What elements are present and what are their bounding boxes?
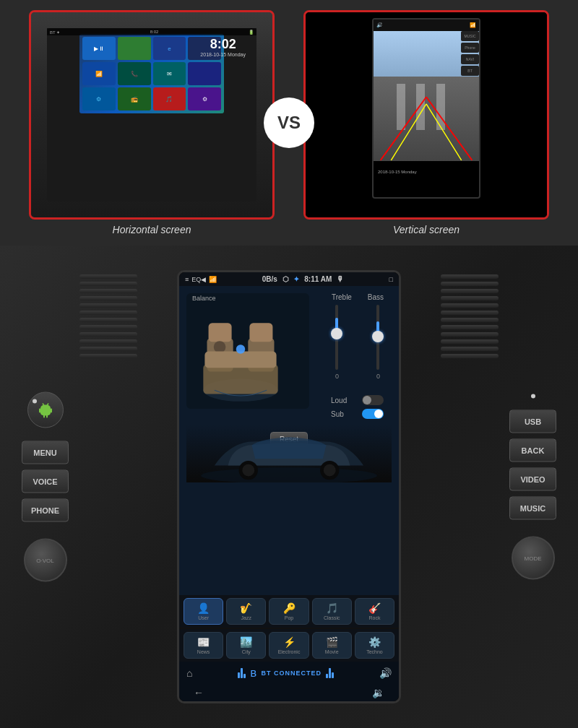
eq-content: Balance xyxy=(179,286,399,595)
right-panel: USB BACK VIDEO MUSIC MODE xyxy=(509,394,556,580)
svg-rect-8 xyxy=(43,415,45,418)
video-button[interactable]: VIDEO xyxy=(509,468,556,491)
genre-pop-button[interactable]: 🔑 Pop xyxy=(269,598,309,625)
genre-electronic-label: Electronic xyxy=(278,649,301,654)
rock-icon: 🎸 xyxy=(368,602,381,614)
genre-city-button[interactable]: 🏙️ City xyxy=(226,632,266,659)
classic-icon: 🎵 xyxy=(326,602,338,614)
eq-bars-left xyxy=(238,668,246,678)
cam-date: 2018-10-15 Monday xyxy=(378,170,417,174)
pop-icon: 🔑 xyxy=(283,602,296,614)
wifi-icon: 📶 xyxy=(209,276,217,283)
svg-point-15 xyxy=(214,341,226,353)
sliders-row: 0 0 xyxy=(324,305,392,391)
status-bar: ≡ EQ◀ 📶 0B/s ⬡ ✦ 8:11 AM 🎙 □ xyxy=(179,272,399,286)
genre-electronic-button[interactable]: ⚡ Electronic xyxy=(269,632,309,659)
horizontal-screen-label: Horizontal screen xyxy=(113,224,191,235)
loud-toggle-dot xyxy=(363,396,371,404)
indicator-dot-left xyxy=(33,399,37,404)
mode-knob[interactable]: MODE xyxy=(512,537,555,580)
eq-top: Balance xyxy=(186,293,392,419)
genre-movie-label: Movie xyxy=(325,649,339,654)
bottom-bar-right-icons: 🔊 xyxy=(379,667,392,679)
voice-button[interactable]: VOICE xyxy=(22,470,69,493)
car-section: MENU VOICE PHONE O·VOL ≡ EQ◀ 📶 0B/s ⬡ ✦ … xyxy=(0,246,578,728)
movie-icon: 🎬 xyxy=(326,636,338,648)
genre-news-button[interactable]: 📰 News xyxy=(184,632,223,659)
home-icon[interactable]: ⌂ xyxy=(186,667,192,679)
seat-diagram: Balance xyxy=(186,293,309,409)
phone-button[interactable]: PHONE xyxy=(22,499,69,522)
electronic-icon: ⚡ xyxy=(283,636,296,648)
screen-bezel: ≡ EQ◀ 📶 0B/s ⬡ ✦ 8:11 AM 🎙 □ xyxy=(179,272,399,701)
jazz-icon: 🎷 xyxy=(240,602,252,614)
bt-center: ʙ BT CONNECTED xyxy=(238,666,334,680)
svg-point-25 xyxy=(324,464,336,477)
bass-slider-track xyxy=(376,305,379,370)
music-button[interactable]: MUSIC xyxy=(509,497,556,520)
vent-right xyxy=(441,274,499,419)
loud-toggle[interactable] xyxy=(362,395,384,405)
left-panel: MENU VOICE PHONE O·VOL xyxy=(22,392,69,582)
genre-city-label: City xyxy=(242,649,251,654)
back-nav-icon[interactable]: ← xyxy=(194,687,204,698)
svg-line-2 xyxy=(391,104,426,160)
genre-rock-button[interactable]: 🎸 Rock xyxy=(355,598,394,625)
treble-slider-container[interactable]: 0 xyxy=(335,305,339,391)
vs-circle: VS xyxy=(264,98,314,148)
bt-icon: ʙ xyxy=(250,666,256,680)
svg-line-1 xyxy=(426,97,472,160)
horizontal-screen-box: ▶⏸ e 📶 📞 ✉ ⚙ 📻 🎵 ⚙ xyxy=(29,10,275,220)
bt-connected-text: BT CONNECTED xyxy=(261,670,322,677)
vol-label: O·VOL xyxy=(36,557,53,563)
genre-row-2: 📰 News 🏙️ City ⚡ Electronic 🎬 Movie ⚙️ xyxy=(179,629,399,662)
genre-movie-button[interactable]: 🎬 Movie xyxy=(312,632,352,659)
genre-techno-label: Techno xyxy=(366,649,383,654)
balance-label: Balance xyxy=(192,295,216,302)
usb-button[interactable]: USB xyxy=(509,410,556,433)
loud-label: Loud xyxy=(331,396,356,404)
bass-thumb[interactable] xyxy=(372,331,384,342)
sub-toggle-dot xyxy=(374,410,383,418)
indicator-dot-right xyxy=(531,394,535,399)
car-lower: Reset xyxy=(186,425,392,482)
vertical-screen-label: Vertical screen xyxy=(393,224,460,235)
status-left: ≡ EQ◀ 📶 xyxy=(185,276,217,283)
sub-toggle[interactable] xyxy=(362,409,384,419)
horizontal-screen-wrapper: ▶⏸ e 📶 📞 ✉ ⚙ 📻 🎵 ⚙ xyxy=(29,10,275,235)
svg-point-23 xyxy=(242,464,254,477)
genre-user-button[interactable]: 👤 User xyxy=(184,598,223,625)
bass-label: Bass xyxy=(368,293,384,301)
eq-label: EQ◀ xyxy=(191,276,206,283)
genre-jazz-button[interactable]: 🎷 Jazz xyxy=(226,598,266,625)
genre-classic-button[interactable]: 🎵 Classic xyxy=(312,598,352,625)
svg-point-20 xyxy=(236,344,245,353)
android-button[interactable] xyxy=(27,392,64,428)
data-speed: 0B/s xyxy=(262,275,277,283)
genre-techno-button[interactable]: ⚙️ Techno xyxy=(355,632,394,659)
genre-classic-label: Classic xyxy=(324,615,340,620)
eq-icon: ≡ xyxy=(185,276,189,283)
date-display-left: 2018-10-15 Monday xyxy=(200,52,246,57)
sliders-area: Treble Bass 0 xyxy=(316,293,392,419)
main-screen: ≡ EQ◀ 📶 0B/s ⬡ ✦ 8:11 AM 🎙 □ xyxy=(177,270,401,703)
vol-knob[interactable]: O·VOL xyxy=(24,539,67,582)
svg-rect-14 xyxy=(209,323,232,342)
time-display-left: 8:02 xyxy=(200,37,246,52)
volume-icon[interactable]: 🔊 xyxy=(379,667,392,679)
user-icon: 👤 xyxy=(197,602,210,614)
time-display-main: 8:11 AM xyxy=(304,275,332,283)
volume-down-icon[interactable]: 🔉 xyxy=(372,687,384,698)
city-icon: 🏙️ xyxy=(240,636,252,648)
status-right: □ xyxy=(389,276,393,283)
bass-slider-container[interactable]: 0 xyxy=(376,305,380,391)
treble-thumb[interactable] xyxy=(331,328,342,339)
svg-line-3 xyxy=(426,104,462,160)
back-button[interactable]: BACK xyxy=(509,439,556,462)
techno-icon: ⚙️ xyxy=(368,636,381,648)
bt-status-icon: ✦ xyxy=(293,275,299,283)
menu-button[interactable]: MENU xyxy=(22,441,69,464)
sub-toggle-row: Sub xyxy=(331,409,392,419)
svg-point-21 xyxy=(201,467,377,482)
treble-label: Treble xyxy=(332,293,352,301)
